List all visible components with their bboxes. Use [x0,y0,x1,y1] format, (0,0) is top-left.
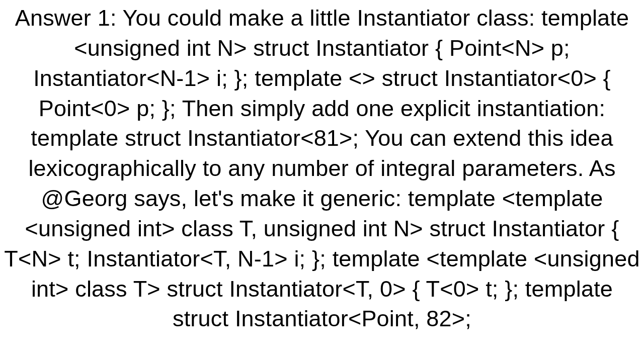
answer-heading: Answer 1: [15,5,117,31]
answer-body: You could make a little Instantiator cla… [4,5,639,331]
answer-block: Answer 1: You could make a little Instan… [0,0,644,362]
